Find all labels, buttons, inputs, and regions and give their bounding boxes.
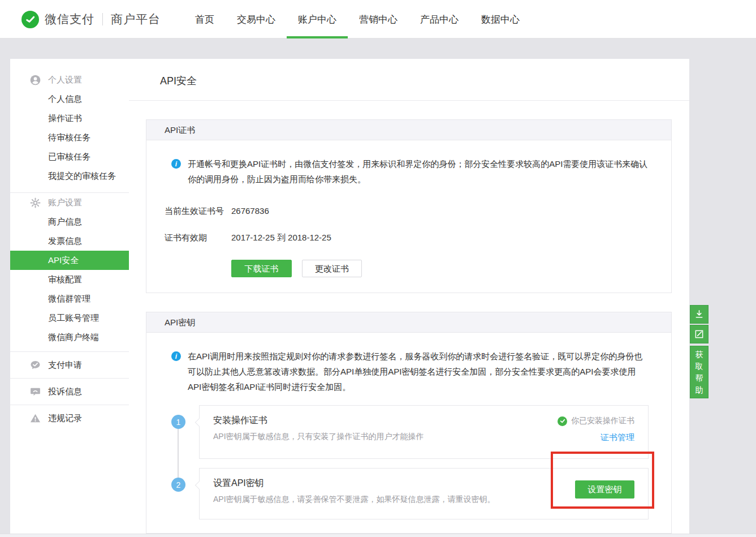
page-title: API安全 bbox=[160, 74, 689, 88]
step-1-title: 安装操作证书 bbox=[213, 415, 558, 427]
sidebar-section-title: 个人设置 bbox=[48, 75, 82, 85]
brand-name: 微信支付 bbox=[45, 11, 94, 27]
step-2-title: 设置API密钥 bbox=[213, 478, 575, 489]
product-name: 商户平台 bbox=[111, 11, 161, 27]
step-1-status-text: 你已安装操作证书 bbox=[571, 416, 634, 426]
step-connector-line bbox=[178, 429, 179, 478]
certificate-management-link[interactable]: 证书管理 bbox=[601, 432, 634, 443]
api-key-card-title: API密钥 bbox=[146, 312, 671, 333]
api-key-info-note: i 在API调用时用来按照指定规则对你的请求参数进行签名，服务器收到你的请求时会… bbox=[146, 349, 671, 394]
chat-check-icon bbox=[29, 359, 41, 371]
screen: 微信支付 商户平台 首页 交易中心 账户中心 营销中心 产品中心 数据中心 个人… bbox=[0, 0, 756, 537]
download-certificate-button[interactable]: 下载证书 bbox=[231, 260, 292, 277]
sidebar-item-wechat-group-mgmt[interactable]: 微信群管理 bbox=[10, 289, 129, 308]
download-icon bbox=[694, 310, 704, 319]
sidebar-item-personal-info[interactable]: 个人信息 bbox=[10, 89, 129, 109]
sidebar-link-violation-records[interactable]: 违规记录 bbox=[10, 405, 129, 431]
api-certificate-card-title: API证书 bbox=[146, 120, 671, 140]
api-key-info-text: 在API调用时用来按照指定规则对你的请求参数进行签名，服务器收到你的请求时会进行… bbox=[188, 349, 649, 394]
sidebar-section-account-settings: 账户设置 bbox=[10, 193, 129, 212]
certificate-info-text: 开通帐号和更换API证书时，由微信支付签发，用来标识和界定你的身份；部分安全性要… bbox=[188, 156, 649, 187]
api-key-steps: 1 安装操作证书 API密钥属于敏感信息，只有安装了操作证书的用户才能操作 bbox=[171, 405, 649, 519]
sidebar-link-label: 违规记录 bbox=[48, 413, 82, 424]
info-icon: i bbox=[171, 351, 181, 361]
certificate-validity-row: 证书有效期 2017-12-25 到 2018-12-25 bbox=[146, 233, 671, 243]
nav-tab-account-center[interactable]: 账户中心 bbox=[298, 0, 336, 38]
sidebar-section-personal-settings: 个人设置 bbox=[10, 70, 129, 89]
get-help-label: 获取帮助 bbox=[695, 349, 704, 396]
sidebar-item-invoice-info[interactable]: 发票信息 bbox=[10, 231, 129, 251]
step-1-badge: 1 bbox=[171, 415, 185, 429]
sidebar-link-payment-application[interactable]: 支付申请 bbox=[10, 351, 129, 378]
step-install-cert: 1 安装操作证书 API密钥属于敏感信息，只有安装了操作证书的用户才能操作 bbox=[171, 405, 649, 459]
certificate-validity-label: 证书有效期 bbox=[165, 233, 231, 243]
sidebar-item-reviewed-tasks[interactable]: 已审核任务 bbox=[10, 147, 129, 166]
sidebar-item-pending-review-tasks[interactable]: 待审核任务 bbox=[10, 128, 129, 147]
change-certificate-button[interactable]: 更改证书 bbox=[302, 260, 362, 277]
step-2-box: 设置API密钥 API密钥属于敏感信息，请妥善保管不要泄露，如果怀疑信息泄露，请… bbox=[199, 468, 649, 519]
certificate-number-value: 26767836 bbox=[231, 206, 269, 217]
sidebar-item-wechat-merchant-terminal[interactable]: 微信商户终端 bbox=[10, 328, 129, 347]
chat-icon bbox=[29, 386, 41, 397]
main-nav: 首页 交易中心 账户中心 营销中心 产品中心 数据中心 bbox=[195, 0, 520, 38]
certificate-validity-value: 2017-12-25 到 2018-12-25 bbox=[231, 233, 331, 243]
download-float-button[interactable] bbox=[690, 305, 709, 324]
page-title-bar: API安全 bbox=[129, 59, 689, 101]
top-header: 微信支付 商户平台 首页 交易中心 账户中心 营销中心 产品中心 数据中心 bbox=[0, 0, 756, 38]
nav-tab-marketing-center[interactable]: 营销中心 bbox=[359, 0, 398, 38]
main-content: API安全 API证书 i 开通帐号和更换API证书时，由微信支付签发，用来标识… bbox=[129, 59, 689, 534]
warning-triangle-icon bbox=[29, 413, 41, 424]
sidebar: 个人设置 个人信息 操作证书 待审核任务 已审核任务 我提交的审核任务 账户设置 bbox=[10, 59, 129, 534]
api-key-card: API密钥 i 在API调用时用来按照指定规则对你的请求参数进行签名，服务器收到… bbox=[146, 312, 672, 534]
check-circle-icon bbox=[558, 416, 567, 426]
sidebar-item-api-security[interactable]: API安全 bbox=[10, 251, 129, 270]
sidebar-item-my-submitted-review-tasks[interactable]: 我提交的审核任务 bbox=[10, 166, 129, 186]
nav-tab-home[interactable]: 首页 bbox=[195, 0, 214, 38]
sidebar-link-complaint-info[interactable]: 投诉信息 bbox=[10, 378, 129, 405]
set-api-key-button[interactable]: 设置密钥 bbox=[575, 480, 634, 499]
logo-home-link[interactable]: 微信支付 商户平台 bbox=[21, 0, 161, 38]
step-1-box: 安装操作证书 API密钥属于敏感信息，只有安装了操作证书的用户才能操作 你已安装… bbox=[199, 405, 649, 459]
sidebar-item-merchant-info[interactable]: 商户信息 bbox=[10, 212, 129, 231]
step-set-api-key: 2 设置API密钥 API密钥属于敏感信息，请妥善保管不要泄露，如果怀疑信息泄露… bbox=[171, 468, 649, 519]
feedback-float-button[interactable] bbox=[690, 325, 709, 343]
info-icon: i bbox=[171, 159, 181, 169]
current-certificate-row: 当前生效证书号 26767836 bbox=[146, 206, 671, 217]
sidebar-link-label: 投诉信息 bbox=[48, 386, 82, 397]
horizontal-scrollbar-track[interactable] bbox=[0, 534, 756, 537]
api-certificate-card: API证书 i 开通帐号和更换API证书时，由微信支付签发，用来标识和界定你的身… bbox=[146, 119, 672, 293]
get-help-button[interactable]: 获取帮助 bbox=[690, 346, 709, 398]
step-1-description: API密钥属于敏感信息，只有安装了操作证书的用户才能操作 bbox=[213, 432, 558, 442]
sidebar-item-operation-cert[interactable]: 操作证书 bbox=[10, 109, 129, 128]
nav-tab-data-center[interactable]: 数据中心 bbox=[481, 0, 520, 38]
step-2-badge: 2 bbox=[171, 478, 185, 492]
user-icon bbox=[29, 74, 41, 85]
step-1-status: 你已安装操作证书 bbox=[558, 416, 634, 426]
nav-tab-product-center[interactable]: 产品中心 bbox=[420, 0, 459, 38]
nav-tab-transaction-center[interactable]: 交易中心 bbox=[237, 0, 275, 38]
step-2-description: API密钥属于敏感信息，请妥善保管不要泄露，如果怀疑信息泄露，请重设密钥。 bbox=[213, 495, 575, 505]
certificate-buttons: 下载证书 更改证书 bbox=[146, 260, 671, 277]
sidebar-link-label: 支付申请 bbox=[48, 360, 82, 371]
edit-icon bbox=[694, 329, 704, 339]
sidebar-item-review-config[interactable]: 审核配置 bbox=[10, 270, 129, 289]
certificate-number-label: 当前生效证书号 bbox=[165, 206, 231, 217]
sidebar-section-title: 账户设置 bbox=[48, 197, 82, 208]
sidebar-item-staff-account-mgmt[interactable]: 员工账号管理 bbox=[10, 308, 129, 328]
wechat-pay-logo-icon bbox=[21, 11, 39, 28]
logo-separator bbox=[102, 13, 103, 25]
certificate-info-note: i 开通帐号和更换API证书时，由微信支付签发，用来标识和界定你的身份；部分安全… bbox=[146, 156, 671, 187]
gear-icon bbox=[29, 197, 41, 208]
